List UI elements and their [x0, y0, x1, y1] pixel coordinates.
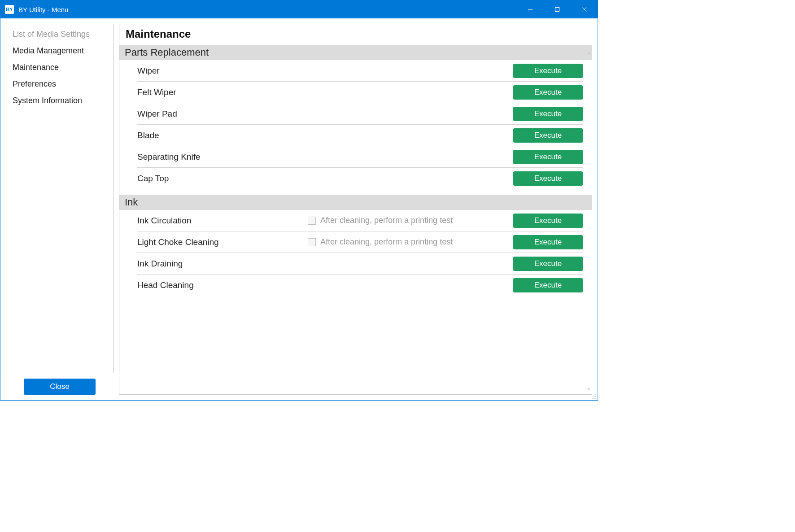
sidebar-item-media-settings[interactable]: List of Media Settings	[6, 26, 113, 43]
window-controls	[517, 0, 598, 18]
maximize-button[interactable]	[544, 0, 571, 18]
app-window: BY BY Utility - Menu List of Media Setti…	[0, 0, 598, 401]
execute-button[interactable]: Execute	[513, 171, 583, 186]
execute-button[interactable]: Execute	[513, 235, 583, 249]
row-wiper-pad: Wiper Pad Execute	[137, 103, 583, 125]
execute-button[interactable]: Execute	[513, 64, 583, 78]
row-label: Light Choke Cleaning	[137, 237, 308, 247]
section-header-ink: Ink	[119, 195, 592, 210]
sidebar-item-system-information[interactable]: System Information	[6, 92, 113, 109]
sidebar: List of Media Settings Media Management …	[6, 24, 114, 373]
checkbox-label: After cleaning, perform a printing test	[320, 237, 453, 247]
row-wiper: Wiper Execute	[137, 60, 583, 82]
row-head-cleaning: Head Cleaning Execute	[137, 275, 583, 296]
main-panel: Maintenance Parts Replacement Wiper Exec…	[119, 24, 592, 395]
minimize-icon	[528, 7, 533, 12]
svg-point-7	[592, 398, 593, 399]
checkbox-label: After cleaning, perform a printing test	[320, 216, 453, 225]
row-light-choke-cleaning: Light Choke Cleaning After cleaning, per…	[137, 231, 583, 253]
row-blade: Blade Execute	[137, 125, 583, 146]
app-icon: BY	[5, 5, 14, 14]
execute-button[interactable]: Execute	[513, 107, 583, 121]
row-ink-draining: Ink Draining Execute	[137, 253, 583, 275]
svg-rect-1	[555, 8, 559, 12]
close-button[interactable]: Close	[24, 379, 96, 395]
row-cap-top: Cap Top Execute	[137, 168, 583, 189]
close-icon	[581, 7, 587, 12]
window-title: BY Utility - Menu	[18, 6, 517, 13]
execute-button[interactable]: Execute	[513, 257, 583, 271]
svg-point-4	[595, 394, 596, 395]
row-label: Head Cleaning	[137, 280, 308, 290]
sidebar-column: List of Media Settings Media Management …	[6, 24, 114, 395]
row-label: Ink Draining	[137, 259, 308, 269]
sidebar-item-media-management[interactable]: Media Management	[6, 43, 113, 59]
svg-point-9	[595, 398, 596, 399]
row-label: Wiper Pad	[137, 109, 308, 119]
execute-button[interactable]: Execute	[513, 278, 583, 292]
maximize-icon	[555, 7, 560, 12]
titlebar: BY BY Utility - Menu	[0, 0, 598, 18]
page-title: Maintenance	[119, 24, 592, 45]
row-label: Ink Circulation	[137, 216, 308, 226]
execute-button[interactable]: Execute	[513, 150, 583, 164]
row-middle: After cleaning, perform a printing test	[308, 237, 504, 247]
minimize-button[interactable]	[517, 0, 544, 18]
execute-button[interactable]: Execute	[513, 214, 583, 228]
row-label: Cap Top	[137, 174, 308, 183]
row-label: Blade	[137, 131, 308, 140]
execute-button[interactable]: Execute	[513, 85, 583, 100]
row-ink-circulation: Ink Circulation After cleaning, perform …	[137, 210, 583, 231]
row-separating-knife: Separating Knife Execute	[137, 146, 583, 168]
close-window-button[interactable]	[571, 0, 598, 18]
row-label: Separating Knife	[137, 152, 308, 162]
resize-grip-icon[interactable]	[590, 393, 597, 399]
section-header-parts-replacement: Parts Replacement	[119, 45, 592, 60]
row-felt-wiper: Felt Wiper Execute	[137, 82, 583, 103]
svg-point-6	[595, 396, 596, 397]
svg-point-8	[594, 398, 594, 399]
execute-button[interactable]: Execute	[513, 128, 583, 143]
sidebar-item-maintenance[interactable]: Maintenance	[6, 59, 113, 76]
row-label: Wiper	[137, 66, 308, 76]
row-label: Felt Wiper	[137, 87, 308, 97]
printing-test-checkbox[interactable]	[308, 217, 316, 225]
sidebar-item-preferences[interactable]: Preferences	[6, 76, 113, 92]
printing-test-checkbox[interactable]	[308, 238, 316, 246]
window-body: List of Media Settings Media Management …	[0, 18, 598, 400]
svg-point-5	[594, 396, 594, 397]
scroll-area[interactable]: Parts Replacement Wiper Execute Felt Wip…	[119, 45, 592, 394]
row-middle: After cleaning, perform a printing test	[308, 216, 504, 225]
